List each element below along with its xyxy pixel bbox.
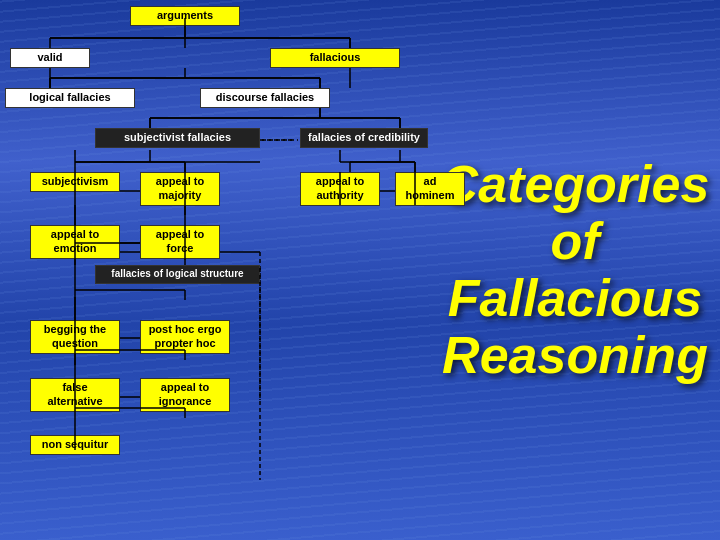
appeal-authority-box: appeal to authority	[300, 172, 380, 206]
fallacies-credibility-box: fallacies of credibility	[300, 128, 428, 148]
appeal-emotion-box: appeal to emotion	[30, 225, 120, 259]
appeal-ignorance-box: appeal to ignorance	[140, 378, 230, 412]
non-sequitur-box: non sequitur	[30, 435, 120, 455]
discourse-fallacies-box: discourse fallacies	[200, 88, 330, 108]
logical-fallacies-box: logical fallacies	[5, 88, 135, 108]
fallacies-logical-structure-box: fallacies of logical structure	[95, 265, 260, 284]
ad-hominem-box: ad hominem	[395, 172, 465, 206]
appeal-majority-box: appeal to majority	[140, 172, 220, 206]
appeal-force-box: appeal to force	[140, 225, 220, 259]
big-text-area: Categories of Fallacious Reasoning	[430, 0, 720, 540]
begging-question-box: begging the question	[30, 320, 120, 354]
big-title: Categories of Fallacious Reasoning	[441, 156, 710, 385]
diagram-area: arguments valid fallacious logical falla…	[0, 0, 430, 540]
fallacious-box: fallacious	[270, 48, 400, 68]
subjectivist-fallacies-box: subjectivist fallacies	[95, 128, 260, 148]
arguments-box: arguments	[130, 6, 240, 26]
valid-box: valid	[10, 48, 90, 68]
post-hoc-box: post hoc ergo propter hoc	[140, 320, 230, 354]
subjectivism-box: subjectivism	[30, 172, 120, 192]
false-alternative-box: false alternative	[30, 378, 120, 412]
